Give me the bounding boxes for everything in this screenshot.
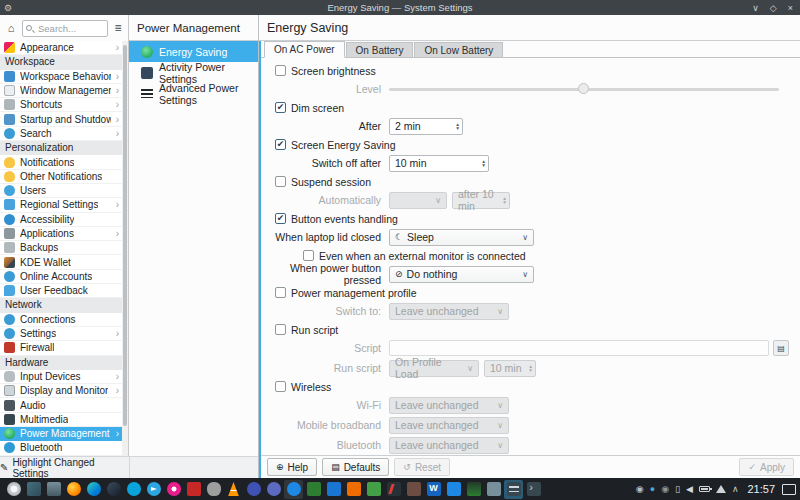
screen-energy-saving-checkbox[interactable]	[275, 139, 286, 150]
launcher-taskbar-button[interactable]	[4, 480, 23, 499]
lid-closed-combo[interactable]: ☾ Sleep ∨	[389, 229, 534, 246]
tab-on-battery[interactable]: On Battery	[346, 42, 414, 57]
wifi-icon[interactable]	[716, 485, 726, 493]
battery-icon[interactable]	[699, 486, 710, 492]
subpanel-item-energy-saving[interactable]: Energy Saving	[129, 41, 258, 62]
highlight-changed-settings-button[interactable]: ✎ Highlight Changed Settings	[0, 457, 129, 478]
document-blue-taskbar-button[interactable]	[324, 480, 343, 499]
system-settings-taskbar-button[interactable]	[504, 480, 523, 499]
terminal-taskbar-button[interactable]	[524, 480, 543, 499]
sidebar-item-audio[interactable]: Audio	[0, 398, 122, 412]
screen-brightness-checkbox[interactable]	[275, 65, 286, 76]
spinner-arrows-icon[interactable]: ▴▾	[479, 159, 488, 168]
apply-button[interactable]: ✓ Apply	[739, 458, 794, 476]
sidebar-item-window-management[interactable]: Window Management›	[0, 84, 122, 98]
volume-icon[interactable]: ◀	[686, 484, 693, 494]
sidebar-item-power-management[interactable]: Power Management›	[0, 427, 122, 441]
sidebar-item-multimedia[interactable]: Multimedia	[0, 413, 122, 427]
display-settings-taskbar-button[interactable]	[24, 480, 43, 499]
bluetooth-combo[interactable]: Leave unchanged ∨	[389, 437, 509, 454]
sidebar-item-connections[interactable]: Connections	[0, 313, 122, 327]
steam-taskbar-button[interactable]	[104, 480, 123, 499]
reset-button[interactable]: ↺ Reset	[394, 458, 450, 476]
sidebar-item-startup-and-shutdown[interactable]: Startup and Shutdown›	[0, 112, 122, 126]
status-icon-2[interactable]: ◉	[661, 484, 669, 494]
switch-to-combo[interactable]: Leave unchanged ∨	[389, 303, 509, 320]
status-icon-1[interactable]: ◉	[636, 484, 644, 494]
sidebar-scrollbar[interactable]	[122, 41, 128, 456]
slider-handle[interactable]	[578, 83, 589, 94]
subpanel-item-advanced-power-settings[interactable]: Advanced Power Settings	[129, 83, 258, 104]
sidebar-item-user-feedback[interactable]: User Feedback	[0, 284, 122, 298]
run-script-when-combo[interactable]: On Profile Load ∨	[389, 360, 479, 377]
sidebar-item-other-notifications[interactable]: Other Notifications	[0, 170, 122, 184]
sidebar-item-bluetooth[interactable]: Bluetooth	[0, 441, 122, 455]
spinner-arrows-icon[interactable]: ▴▾	[453, 122, 462, 131]
external-monitor-checkbox[interactable]	[303, 250, 314, 261]
sidebar-item-applications[interactable]: Applications›	[0, 227, 122, 241]
clipboard-icon[interactable]: ▯	[675, 484, 680, 494]
mobile-broadband-combo[interactable]: Leave unchanged ∨	[389, 417, 509, 434]
music-player-taskbar-button[interactable]	[164, 480, 183, 499]
search-input[interactable]	[22, 20, 108, 37]
brightness-level-slider[interactable]	[389, 83, 779, 95]
subpanel-item-activity-power-settings[interactable]: Activity Power Settings	[129, 62, 258, 83]
maximize-icon[interactable]: ◇	[770, 3, 777, 13]
close-icon[interactable]: ×	[788, 3, 793, 13]
headset-taskbar-button[interactable]	[244, 480, 263, 499]
automatically-combo[interactable]: ∨	[389, 192, 447, 209]
sidebar-item-accessibility[interactable]: Accessibility	[0, 213, 122, 227]
firefox-taskbar-button[interactable]	[64, 480, 83, 499]
run-script-time-spinbox[interactable]: 10 min ▴▾	[484, 360, 536, 377]
text-editor-taskbar-button[interactable]	[304, 480, 323, 499]
sidebar-item-settings[interactable]: Settings›	[0, 327, 122, 341]
browse-file-button[interactable]: ▤	[773, 340, 789, 356]
vlc-taskbar-button[interactable]	[224, 480, 243, 499]
sidebar-item-input-devices[interactable]: Input Devices›	[0, 370, 122, 384]
expand-tray-icon[interactable]: ∧	[732, 484, 739, 494]
wireless-checkbox[interactable]	[275, 381, 286, 392]
file-manager-taskbar-button[interactable]	[44, 480, 63, 499]
dim-screen-checkbox[interactable]	[275, 102, 286, 113]
gimp-taskbar-button[interactable]	[204, 480, 223, 499]
automatically-after-spinbox[interactable]: after 10 min ▴▾	[452, 192, 510, 209]
sidebar-item-backups[interactable]: Backups	[0, 241, 122, 255]
script-path-input[interactable]	[389, 340, 769, 356]
system-monitor-taskbar-button[interactable]	[464, 480, 483, 499]
sidebar-scrollbar-thumb[interactable]	[123, 45, 127, 426]
pm-profile-checkbox[interactable]	[275, 287, 286, 298]
spreadsheet-green-taskbar-button[interactable]	[364, 480, 383, 499]
library-taskbar-button[interactable]	[404, 480, 423, 499]
defaults-button[interactable]: ▤ Defaults	[322, 458, 389, 476]
photos-taskbar-button[interactable]	[444, 480, 463, 499]
audio-tool-taskbar-button[interactable]	[264, 480, 283, 499]
help-button[interactable]: ⊕ Help	[267, 458, 317, 476]
krita-taskbar-button[interactable]	[384, 480, 403, 499]
calculator-taskbar-button[interactable]	[484, 480, 503, 499]
sidebar-item-search[interactable]: Search›	[0, 127, 122, 141]
tab-on-ac-power[interactable]: On AC Power	[264, 41, 345, 58]
sidebar-item-shortcuts[interactable]: Shortcuts›	[0, 98, 122, 112]
sidebar-item-workspace-behavior[interactable]: Workspace Behavior›	[0, 70, 122, 84]
minimize-icon[interactable]: ∨	[752, 3, 759, 13]
switch-off-after-spinbox[interactable]: 10 min ▴▾	[389, 155, 489, 172]
sidebar-item-appearance[interactable]: Appearance›	[0, 41, 122, 55]
skype-taskbar-button[interactable]	[124, 480, 143, 499]
sidebar-item-users[interactable]: Users	[0, 184, 122, 198]
sidebar-item-firewall[interactable]: Firewall	[0, 341, 122, 355]
sidebar-item-kde-wallet[interactable]: KDE Wallet	[0, 255, 122, 269]
telegram-taskbar-button[interactable]	[144, 480, 163, 499]
edge-taskbar-button[interactable]	[84, 480, 103, 499]
run-script-checkbox[interactable]	[275, 324, 286, 335]
pdf-reader-taskbar-button[interactable]	[184, 480, 203, 499]
button-events-checkbox[interactable]	[275, 213, 286, 224]
suspend-session-checkbox[interactable]	[275, 176, 286, 187]
sidebar-item-display-and-monitor[interactable]: Display and Monitor›	[0, 384, 122, 398]
dim-after-spinbox[interactable]: 2 min ▴▾	[389, 118, 463, 135]
messenger-taskbar-button[interactable]	[284, 480, 303, 499]
sidebar-item-regional-settings[interactable]: Regional Settings›	[0, 198, 122, 212]
sidebar-item-online-accounts[interactable]: Online Accounts	[0, 270, 122, 284]
network-icon[interactable]: ●	[650, 484, 655, 494]
wifi-combo[interactable]: Leave unchanged ∨	[389, 397, 509, 414]
hamburger-menu-icon[interactable]: ≡	[111, 21, 125, 35]
